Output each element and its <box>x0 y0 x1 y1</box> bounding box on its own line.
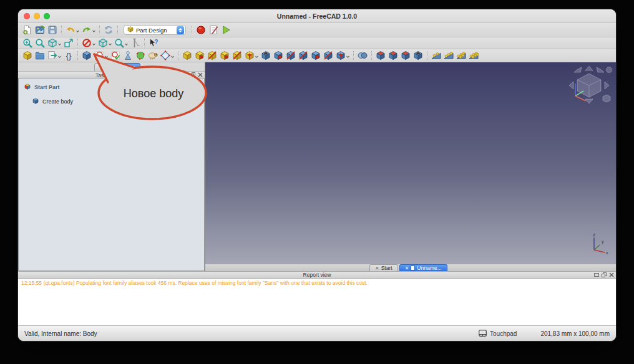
refresh-icon[interactable] <box>103 24 114 36</box>
report-view-title: Report view <box>303 272 331 278</box>
combo-view-tabs: M...Tasks <box>18 62 205 71</box>
subtractive-helix-icon[interactable] <box>323 50 334 61</box>
revolution-icon[interactable] <box>194 50 205 61</box>
chamfer-icon[interactable] <box>388 50 399 61</box>
macro-edit-icon[interactable] <box>208 24 219 36</box>
document-tab-start[interactable]: ✕Start <box>369 264 398 271</box>
status-message: Valid, Internal name: Body <box>24 330 479 337</box>
open-document-icon[interactable] <box>34 24 46 36</box>
draw-style-icon[interactable] <box>81 37 96 49</box>
close-panel-icon[interactable] <box>198 72 203 77</box>
traffic-lights <box>24 13 50 19</box>
minimize-window-button[interactable] <box>34 13 40 19</box>
close-window-button[interactable] <box>24 13 30 19</box>
toolbar-separator <box>61 26 62 34</box>
3d-view-area: z y x ✕Start✕Unname... <box>205 62 616 271</box>
additive-helix-icon[interactable] <box>232 50 243 61</box>
nav-left-icon <box>569 82 573 89</box>
workbench-dropdown-control <box>177 26 184 34</box>
toolbar-separator <box>117 26 118 34</box>
combo-tab-tasks[interactable]: Tasks <box>115 63 140 71</box>
new-document-icon[interactable] <box>22 24 33 36</box>
navigation-style-label: Touchpad <box>490 330 517 337</box>
subtractive-loft-icon[interactable] <box>298 50 309 61</box>
polar-pattern-icon[interactable] <box>456 50 467 61</box>
task-section-header[interactable]: Start Part <box>24 83 199 92</box>
window-title: Unnamed - FreeCAD 1.0.0 <box>18 12 616 20</box>
title-bar: Unnamed - FreeCAD 1.0.0 <box>18 9 616 23</box>
combo-view-dock: M...Tasks Tasks Start PartCreate body <box>18 62 205 271</box>
document-tab-label: Start <box>381 265 393 271</box>
zoom-tools-icon[interactable] <box>114 37 129 49</box>
fillet-icon[interactable] <box>375 50 386 61</box>
toolbar-separator <box>144 39 145 47</box>
additive-pipe-icon[interactable] <box>219 50 230 61</box>
subshape-binder-icon[interactable] <box>135 50 146 61</box>
groove-icon[interactable] <box>285 50 296 61</box>
save-document-icon[interactable] <box>47 24 58 36</box>
float-panel-icon[interactable] <box>190 72 195 77</box>
tasks-panel: Start PartCreate body <box>18 79 205 271</box>
align-view-icon[interactable] <box>63 37 74 49</box>
multitransform-icon[interactable] <box>468 50 479 61</box>
close-tab-icon[interactable]: ✕ <box>405 266 409 271</box>
mirrored-icon[interactable] <box>431 50 442 61</box>
thickness-icon[interactable] <box>412 50 424 61</box>
additive-loft-icon[interactable] <box>207 50 218 61</box>
pocket-icon[interactable] <box>260 50 271 61</box>
subtractive-pipe-icon[interactable] <box>310 50 321 61</box>
zoom-fit-all-icon[interactable] <box>22 37 33 49</box>
rotate-left-icon <box>574 67 582 72</box>
create-group-icon[interactable] <box>34 50 46 61</box>
zoom-window-button[interactable] <box>44 13 50 19</box>
collapse-panel-icon[interactable] <box>594 272 599 279</box>
measure-icon[interactable] <box>130 37 141 49</box>
rotate-right-icon <box>597 67 604 72</box>
toolbar-separator <box>353 51 354 60</box>
clipping-icon[interactable] <box>97 37 112 49</box>
draft-icon[interactable] <box>400 50 411 61</box>
create-part-icon[interactable] <box>22 50 33 61</box>
close-panel-icon[interactable] <box>609 272 614 279</box>
combo-tab-m[interactable]: M... <box>94 63 114 71</box>
origin-axes-indicator: z y x <box>588 232 610 257</box>
undo-icon[interactable] <box>65 24 80 36</box>
document-tab-bar: ✕Start✕Unname... <box>205 264 616 271</box>
3d-viewport[interactable]: z y x <box>205 62 616 264</box>
close-tab-icon[interactable]: ✕ <box>375 266 379 271</box>
additive-primitive-icon[interactable] <box>244 50 259 61</box>
navigation-cube[interactable] <box>565 65 613 108</box>
view-toolbar: ? <box>18 37 616 49</box>
validate-sketch-icon[interactable] <box>110 50 121 61</box>
linear-pattern-icon[interactable] <box>443 50 454 61</box>
standard-views-icon[interactable] <box>47 37 62 49</box>
create-datum-icon[interactable] <box>122 50 134 61</box>
macro-play-icon[interactable] <box>220 24 232 36</box>
task-item-create-body[interactable]: Create body <box>32 97 199 106</box>
hole-icon[interactable] <box>273 50 284 61</box>
toolbar-separator <box>371 51 372 60</box>
boolean-icon[interactable] <box>357 50 368 61</box>
datum-geometry-icon[interactable] <box>160 50 175 61</box>
toolbar-separator <box>192 26 192 34</box>
toolbar-separator <box>99 26 100 34</box>
nav-menu-icon <box>607 67 612 73</box>
pad-icon[interactable] <box>182 50 193 61</box>
document-tab-unname[interactable]: ✕Unname... <box>399 264 447 271</box>
float-panel-icon[interactable] <box>602 272 607 279</box>
svg-text:y: y <box>602 239 604 244</box>
create-sketch-icon[interactable] <box>94 50 109 61</box>
zoom-fit-selection-icon[interactable] <box>34 37 46 49</box>
subtractive-primitive-icon[interactable] <box>335 50 350 61</box>
whats-this-icon[interactable]: ? <box>148 37 159 49</box>
macro-record-icon[interactable] <box>195 24 207 36</box>
variable-set-icon[interactable]: {} <box>63 50 74 61</box>
redo-icon[interactable] <box>81 24 96 36</box>
workbench-selector[interactable]: Part Design <box>124 25 186 35</box>
create-body-icon[interactable] <box>81 50 92 61</box>
nav-down-icon <box>585 99 593 103</box>
navigation-style-indicator[interactable]: Touchpad <box>479 330 517 338</box>
make-link-icon[interactable] <box>47 50 62 61</box>
svg-text:{}: {} <box>66 51 72 60</box>
shape-binder-icon[interactable] <box>147 50 158 61</box>
